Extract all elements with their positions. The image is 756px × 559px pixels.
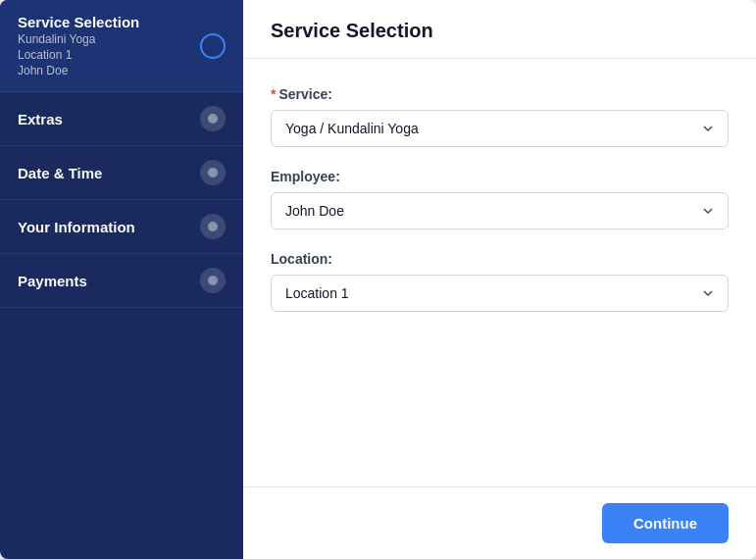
sidebar-item-content-info: Your Information xyxy=(18,219,135,235)
inactive-step-icon-info xyxy=(200,214,226,239)
continue-button[interactable]: Continue xyxy=(602,503,729,543)
sidebar-sub-employee: John Doe xyxy=(18,64,139,77)
page-title: Service Selection xyxy=(271,20,729,42)
sidebar-label-payments: Payments xyxy=(18,273,87,289)
main-footer: Continue xyxy=(243,486,756,559)
service-form-group: * Service: Yoga / Kundalini Yoga xyxy=(271,86,729,147)
sidebar-label-service-selection: Service Selection xyxy=(18,14,139,30)
sidebar-item-content-extras: Extras xyxy=(18,111,63,127)
inactive-step-icon-extras xyxy=(200,106,226,131)
main-header: Service Selection xyxy=(243,0,756,59)
sidebar-item-date-time[interactable]: Date & Time xyxy=(0,146,243,200)
sidebar-label-info: Your Information xyxy=(18,219,135,235)
inactive-step-icon-payments xyxy=(200,268,226,293)
inactive-step-icon-datetime xyxy=(200,160,226,185)
location-form-group: Location: Location 1 xyxy=(271,251,729,312)
employee-label: Employee: xyxy=(271,169,729,184)
sidebar-label-extras: Extras xyxy=(18,111,63,127)
location-label: Location: xyxy=(271,251,729,267)
main-body: * Service: Yoga / Kundalini Yoga Employe… xyxy=(243,59,756,486)
main-content: Service Selection * Service: Yoga / Kund… xyxy=(243,0,756,559)
modal-container: Service Selection Kundalini Yoga Locatio… xyxy=(0,0,756,559)
required-star: * xyxy=(271,86,276,102)
sidebar-item-content: Service Selection Kundalini Yoga Locatio… xyxy=(18,14,139,77)
sidebar: Service Selection Kundalini Yoga Locatio… xyxy=(0,0,243,559)
employee-form-group: Employee: John Doe xyxy=(271,169,729,229)
sidebar-sub-yoga: Kundalini Yoga xyxy=(18,32,139,46)
location-select[interactable]: Location 1 xyxy=(271,275,729,312)
active-step-icon xyxy=(200,33,226,59)
service-label: * Service: xyxy=(271,86,729,102)
sidebar-item-service-selection[interactable]: Service Selection Kundalini Yoga Locatio… xyxy=(0,0,243,92)
sidebar-item-extras[interactable]: Extras xyxy=(0,92,243,146)
sidebar-label-datetime: Date & Time xyxy=(18,165,102,181)
sidebar-item-content-payments: Payments xyxy=(18,273,87,289)
sidebar-sub-location: Location 1 xyxy=(18,48,139,62)
sidebar-item-payments[interactable]: Payments xyxy=(0,254,243,308)
sidebar-item-your-information[interactable]: Your Information xyxy=(0,200,243,254)
sidebar-item-content-datetime: Date & Time xyxy=(18,165,102,181)
service-select[interactable]: Yoga / Kundalini Yoga xyxy=(271,110,729,147)
employee-select[interactable]: John Doe xyxy=(271,192,729,229)
